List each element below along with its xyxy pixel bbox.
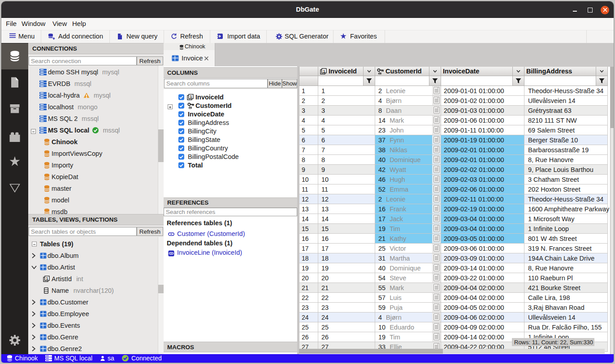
svg-text:1: 1 <box>323 69 325 73</box>
svg-text:1: 1 <box>46 276 48 281</box>
svg-text:1: 1 <box>190 94 192 99</box>
